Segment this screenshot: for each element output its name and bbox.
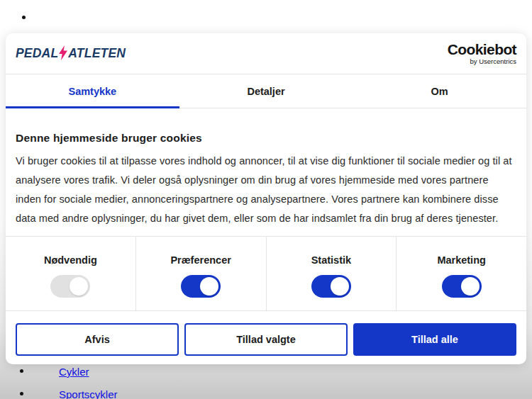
category-label: Marketing — [397, 254, 526, 266]
tab-om[interactable]: Om — [353, 74, 526, 108]
tab-detaljer[interactable]: Detaljer — [179, 74, 353, 108]
toggle-knob — [70, 277, 88, 296]
link-sportscykler[interactable]: Sportscykler — [59, 388, 118, 399]
toggle-statistik[interactable] — [311, 275, 351, 298]
cookiebot-wordmark: Cookiebot — [448, 42, 516, 57]
toggle-nodvendig — [50, 275, 90, 298]
dialog-title: Denne hjemmeside bruger cookies — [16, 132, 516, 145]
cookie-consent-dialog: PEDAL ATLETEN Cookiebot by Usercentrics … — [6, 33, 526, 364]
lightning-bolt-icon — [59, 45, 67, 60]
link-cykler[interactable]: Cykler — [59, 366, 89, 378]
category-label: Nødvendig — [6, 254, 135, 266]
brand-text-pedal: PEDAL — [16, 46, 58, 61]
consent-actions: Afvis Tillad valgte Tillad alle — [16, 323, 516, 356]
cookiebot-logo[interactable]: Cookiebot by Usercentrics — [448, 42, 516, 65]
dialog-header: PEDAL ATLETEN Cookiebot by Usercentrics — [6, 33, 526, 74]
tab-bar: Samtykke Detaljer Om — [6, 74, 526, 108]
category-statistik: Statistik — [266, 237, 397, 310]
allow-selection-button[interactable]: Tillad valgte — [184, 323, 348, 356]
dialog-description: Vi bruger cookies til at tilpasse vores … — [16, 152, 516, 228]
toggle-praeferencer[interactable] — [181, 275, 221, 298]
category-nodvendig: Nødvendig — [6, 237, 135, 310]
list-bullet — [20, 392, 23, 395]
brand-text-atleten: ATLETEN — [68, 46, 126, 61]
category-label: Statistik — [267, 254, 397, 266]
pedalatleten-logo: PEDAL ATLETEN — [16, 45, 126, 62]
toggle-knob — [461, 277, 480, 296]
toggle-knob — [331, 277, 349, 296]
category-praeferencer: Præferencer — [135, 237, 266, 310]
cookiebot-byline: by Usercentrics — [448, 58, 516, 65]
toggle-knob — [200, 277, 218, 296]
allow-all-button[interactable]: Tillad alle — [353, 323, 516, 356]
list-bullet — [20, 369, 23, 373]
tab-samtykke[interactable]: Samtykke — [6, 74, 179, 108]
cookie-categories: Nødvendig Præferencer Statistik Marketin… — [6, 236, 526, 311]
deny-button[interactable]: Afvis — [16, 323, 179, 356]
toggle-marketing[interactable] — [442, 275, 482, 298]
category-marketing: Marketing — [396, 237, 526, 310]
category-label: Præferencer — [136, 254, 266, 266]
list-bullet — [22, 16, 26, 19]
consent-text: Denne hjemmeside bruger cookies Vi bruge… — [6, 108, 526, 228]
